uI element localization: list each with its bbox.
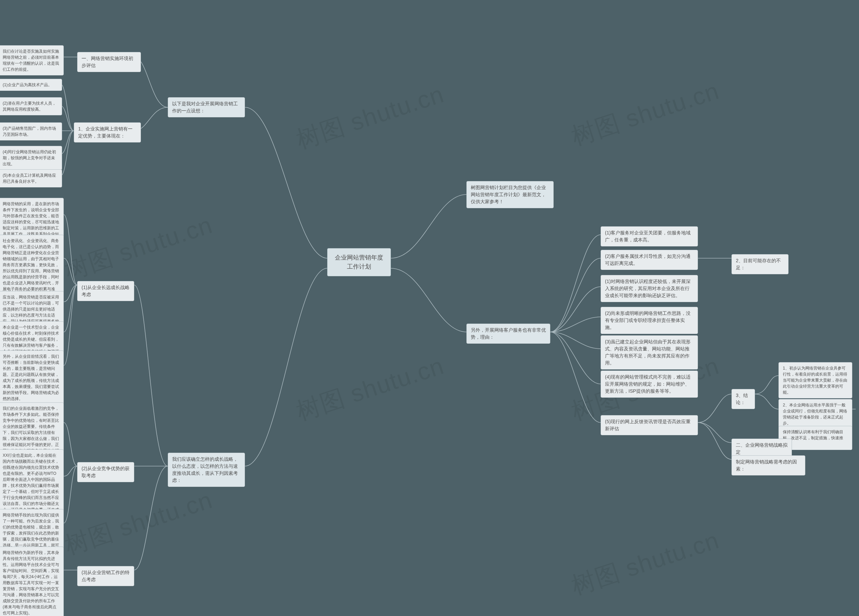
- node-r2-2[interactable]: (2)客户服务属技术川导性质，如充分沟通可远距离完成。: [601, 250, 698, 270]
- watermark: 树图 shutu.cn: [567, 524, 723, 602]
- node-l2a-5[interactable]: 另外，从企业目前情况看，我们可否推断：当前影响企业更快成长的，最主要瓶颈，是营销…: [0, 351, 64, 405]
- node-l1a-detail[interactable]: 我们在讨论是否实施及如何实施网络营销之前，必须对目前基本现状有一个清醒的认识，这…: [0, 45, 64, 75]
- branch-service-reason[interactable]: 另外，开展网络客户服务也有非常优势，理由：: [466, 324, 550, 344]
- watermark: 树图 shutu.cn: [292, 350, 448, 428]
- mindmap-root[interactable]: 企业网站营销年度工作计划: [327, 248, 391, 276]
- node-conclusion-2[interactable]: 2、本企业网络运用水平虽强于一般企业或同行，但领先程度有限，网络营销还处于准备阶…: [778, 399, 852, 429]
- node-r2-2-tail[interactable]: 2、目前可能存在的不足：: [731, 254, 789, 274]
- watermark: 树图 shutu.cn: [60, 484, 216, 562]
- node-conclusion-1[interactable]: 1、初步认为网络营销在企业具参可行性，有着良好的成长前景，运用得当可能为企业带来…: [778, 362, 852, 398]
- branch-growth-strategy[interactable]: 我们应该确立怎样的成长战略，以什么态度，以怎样的方法与速度推动其成长，需从下列因…: [168, 453, 245, 487]
- node-l2a[interactable]: (1)从企业长远成长战略考虑: [77, 281, 134, 301]
- node-r2-4[interactable]: (2)尚未形成明晰的网络营销工作思路，没有专业部门或专职经理承担责任整体实施。: [601, 307, 698, 334]
- watermark: 树图 shutu.cn: [292, 78, 448, 156]
- node-l1a[interactable]: 一、网络营销实施环境初步评估: [77, 52, 141, 72]
- node-l1b-2[interactable]: (2)潜在用户主要为技术人员，其网络应用程度较高。: [0, 97, 62, 115]
- node-strategy-factors[interactable]: 制定网络营销战略需考虑的因素：: [731, 455, 805, 476]
- branch-intro[interactable]: 树图网营销计划栏目为您提供《企业网站营销年度工作计划》最新范文，仅供大家参考！: [466, 181, 554, 208]
- node-l2c-1[interactable]: 网络营销作为新的手段，其本身具有传统方法无可比拟的先进性。运用网络平台技术企业可…: [0, 547, 64, 616]
- node-r2-7[interactable]: (5)现行的网上反馈资讯管理是否高效应重新评估: [601, 415, 698, 435]
- node-l1b-5[interactable]: (5)本企业员工计算机及网络应用已具备良好水平。: [0, 169, 62, 187]
- node-r2-6[interactable]: (4)现有的网站管理模式尚不完善，难以适应开展网络营销的规定，如：网站维护、更新…: [601, 371, 698, 398]
- node-r2-3[interactable]: (1)对网络营销认识程度还较低，未开展深入系统的研究，其应用对本企业及所在行业成…: [601, 275, 698, 302]
- node-l1b-3[interactable]: (3)产品销售范围广，国内市场乃至国际市场。: [0, 122, 62, 140]
- branch-thoughts[interactable]: 以下是我对企业开展网络营销工作的一点设想：: [168, 97, 245, 117]
- watermark: 树图 shutu.cn: [60, 209, 216, 287]
- node-l1b-4[interactable]: (4)同行业网络营销运用仍处初期，较强的网上竞争对手还未出现。: [0, 146, 62, 170]
- node-l2c[interactable]: (3)从企业营销工作的特点考虑: [77, 566, 134, 586]
- node-r2-1[interactable]: (1)客户服务对企业至关团要，但服务地域广，任务重，成本高。: [601, 226, 698, 246]
- watermark: 树图 shutu.cn: [567, 75, 723, 153]
- node-conclusion[interactable]: 3、结论：: [731, 389, 755, 409]
- node-l2b[interactable]: (2)从企业竞争优势的获取考虑: [77, 462, 134, 482]
- mindmap-connectors: [0, 0, 859, 616]
- node-l1b[interactable]: 1、企业实施网上营销有一定优势，主要体现在：: [74, 122, 141, 142]
- node-l1b-1[interactable]: (1)企业产品为高技术产品。: [0, 79, 62, 91]
- node-r2-5[interactable]: (3)虽已建立起企业网站但由于其在表现形式、内容及资讯含量、网站功能、网站推广等…: [601, 335, 698, 370]
